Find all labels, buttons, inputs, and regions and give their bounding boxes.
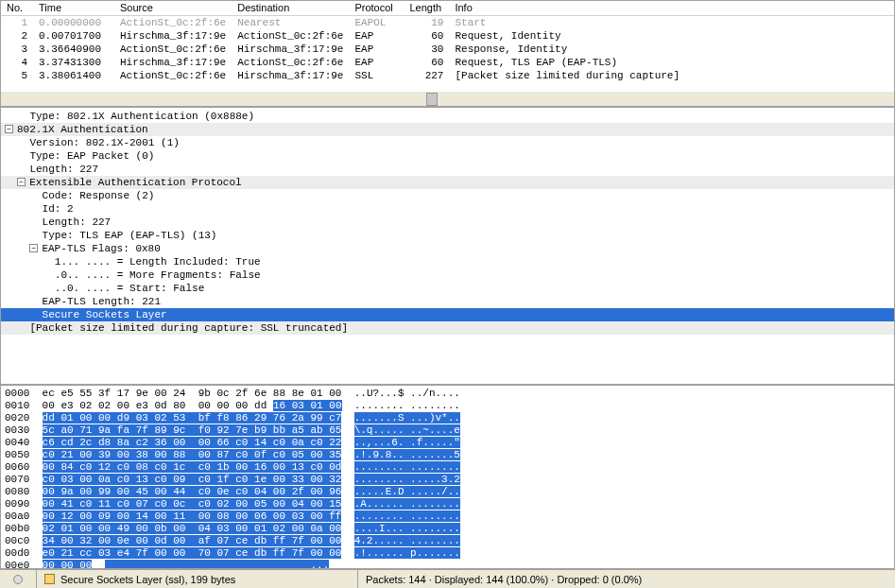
hex-bytes-selected: c6 cd 2c d8 8a c2 36 00 00 66 c0 14 c0 0… — [43, 437, 342, 448]
hex-offset: 0080 — [5, 486, 29, 497]
hex-offset: 0020 — [5, 412, 29, 424]
hex-row[interactable]: 0070 c0 03 00 0a c0 13 c0 09 c0 1f c0 1e… — [1, 474, 894, 486]
hex-bytes-selected: 00 41 c0 11 c0 07 c0 0c c0 02 00 05 00 0… — [43, 498, 342, 510]
hex-bytes-selected: 00 12 00 09 00 14 00 11 00 08 00 06 00 0… — [43, 510, 342, 522]
column-header-info[interactable]: Info — [449, 1, 894, 16]
hex-row[interactable]: 0050 c0 21 00 39 00 38 00 88 00 87 c0 0f… — [1, 449, 894, 461]
proto-eap-header[interactable]: −Extensible Authentication Protocol — [1, 176, 894, 189]
collapse-icon[interactable]: − — [29, 244, 38, 252]
field-length[interactable]: Length: 227 — [1, 163, 894, 176]
collapse-icon[interactable]: − — [5, 125, 13, 133]
cell-dst: ActionSt_0c:2f:6e — [232, 56, 349, 69]
hex-offset: 00d0 — [5, 547, 29, 559]
field-version[interactable]: Version: 802.1X-2001 (1) — [1, 136, 894, 149]
packet-list-pane[interactable]: No.TimeSourceDestinationProtocolLengthIn… — [0, 0, 895, 92]
hex-bytes-selected: c0 21 00 39 00 38 00 88 00 87 c0 0f c0 0… — [43, 449, 342, 460]
packet-row[interactable]: 20.00701700Hirschma_3f:17:9eActionSt_0c:… — [1, 29, 894, 43]
cell-src: ActionSt_0c:2f:6e — [114, 16, 232, 30]
field-eap-length[interactable]: Length: 227 — [1, 216, 894, 229]
info-truncated[interactable]: [Packet size limited during capture: SSL… — [1, 321, 894, 335]
proto-8021x-header[interactable]: −802.1X Authentication — [1, 123, 894, 136]
hex-bytes-selected: 34 00 32 00 0e 00 0d 00 af 07 ce db ff 7… — [43, 535, 342, 546]
field-flag-length-included[interactable]: 1... .... = Length Included: True — [1, 255, 894, 268]
hex-ascii-selected: 4.2..... ........ — [354, 535, 460, 546]
hex-row[interactable]: 0000 ec e5 55 3f 17 9e 00 24 9b 0c 2f 6e… — [1, 388, 894, 400]
field-flags-header[interactable]: −EAP-TLS Flags: 0x80 — [1, 242, 894, 255]
hex-bytes: 9b 0c 2f 6e 88 8e 01 00 — [192, 388, 341, 399]
cell-info: Response, Identity — [449, 43, 894, 56]
column-header-destination[interactable]: Destination — [232, 1, 349, 16]
field-frame-type[interactable]: Type: 802.1X Authentication (0x888e) — [1, 110, 894, 123]
hex-row[interactable]: 0030 5c a0 71 9a fa 7f 89 9c f0 92 7e b9… — [1, 424, 894, 437]
status-field-segment: Secure Sockets Layer (ssl), 199 bytes — [37, 570, 358, 588]
status-counts-segment: Packets: 144 · Displayed: 144 (100.0%) ·… — [358, 570, 895, 588]
packet-row[interactable]: 53.38061400ActionSt_0c:2f:6eHirschma_3f:… — [1, 69, 894, 82]
hex-offset: 0010 — [5, 400, 29, 411]
collapse-icon[interactable]: − — [17, 178, 26, 186]
cell-len: 227 — [404, 69, 449, 82]
cell-no: 2 — [1, 29, 33, 43]
hex-ascii: ..U?...$ ../n.... — [341, 388, 459, 399]
hex-bytes: 00 00 00 dd — [192, 400, 273, 411]
cell-len: 30 — [404, 43, 449, 56]
hex-ascii-selected: .....E.D ...../.. — [354, 486, 460, 497]
hex-ascii — [341, 449, 353, 460]
hex-offset: 00e0 — [5, 560, 29, 569]
cell-info: [Packet size limited during capture] — [449, 69, 894, 82]
column-header-protocol[interactable]: Protocol — [349, 1, 404, 16]
hex-row[interactable]: 00b0 02 01 00 00 49 00 0b 00 04 03 00 01… — [1, 523, 894, 535]
packet-row[interactable]: 43.37431300Hirschma_3f:17:9eActionSt_0c:… — [1, 56, 894, 69]
field-ssl-selected[interactable]: Secure Sockets Layer — [1, 308, 894, 321]
hex-bytes-selected: c0 03 00 0a c0 13 c0 09 c0 1f c0 1e 00 3… — [43, 474, 342, 485]
hex-bytes-selected: 5c a0 71 9a fa 7f 89 9c f0 92 7e b9 bb a… — [43, 424, 342, 436]
cell-len: 19 — [404, 16, 449, 30]
cell-time: 3.37431300 — [33, 56, 114, 69]
column-header-length[interactable]: Length — [404, 1, 449, 16]
hex-ascii — [341, 461, 353, 473]
hex-bytes: ec e5 55 3f 17 9e 00 24 — [43, 388, 192, 399]
hex-row[interactable]: 0010 00 e3 02 02 00 e3 0d 80 00 00 00 dd… — [1, 400, 894, 412]
hex-ascii — [341, 523, 353, 534]
hex-row[interactable]: 0060 00 84 c0 12 c0 08 c0 1c c0 1b 00 16… — [1, 461, 894, 474]
hex-bytes-selected: 00 00 00 — [43, 560, 93, 569]
hex-row[interactable]: 0020 dd 01 00 00 d9 03 02 53 bf f8 86 29… — [1, 412, 894, 424]
hex-row[interactable]: 00c0 34 00 32 00 0e 00 0d 00 af 07 ce db… — [1, 535, 894, 547]
hex-offset: 0040 — [5, 437, 29, 448]
field-eap-type[interactable]: Type: TLS EAP (EAP-TLS) (13) — [1, 229, 894, 242]
scroll-thumb[interactable] — [426, 93, 438, 106]
field-flag-more-fragments[interactable]: .0.. .... = More Fragments: False — [1, 268, 894, 282]
horizontal-scrollbar[interactable] — [0, 92, 895, 107]
hex-offset: 0000 — [5, 388, 29, 399]
packet-row[interactable]: 33.36640900ActionSt_0c:2f:6eHirschma_3f:… — [1, 43, 894, 56]
hex-offset: 0060 — [5, 461, 29, 473]
hex-dump-pane[interactable]: 0000 ec e5 55 3f 17 9e 00 24 9b 0c 2f 6e… — [0, 385, 895, 569]
column-header-time[interactable]: Time — [33, 1, 114, 16]
column-header-source[interactable]: Source — [114, 1, 232, 16]
column-header-no[interactable]: No. — [1, 1, 33, 16]
field-id[interactable]: Id: 2 — [1, 202, 894, 216]
hex-ascii-selected: ........ ........ — [354, 461, 460, 473]
hex-ascii-selected: .!...... p....... — [354, 547, 460, 559]
hex-offset: 0030 — [5, 424, 29, 436]
hex-row[interactable]: 00d0 e0 21 cc 03 e4 7f 00 00 70 07 ce db… — [1, 547, 894, 560]
cell-src: ActionSt_0c:2f:6e — [114, 43, 232, 56]
field-flag-start[interactable]: ..0. .... = Start: False — [1, 282, 894, 295]
hex-row[interactable]: 0090 00 41 c0 11 c0 07 c0 0c c0 02 00 05… — [1, 498, 894, 510]
cell-src: Hirschma_3f:17:9e — [114, 56, 232, 69]
hex-ascii-selected: ........ .....3.2 — [354, 474, 460, 485]
field-code[interactable]: Code: Response (2) — [1, 189, 894, 202]
hex-ascii — [341, 424, 353, 436]
cell-len: 60 — [404, 29, 449, 43]
packet-detail-pane[interactable]: Type: 802.1X Authentication (0x888e) −80… — [0, 107, 895, 385]
hex-ascii-selected: ........ ........ — [354, 510, 460, 522]
hex-row[interactable]: 00e0 00 00 00 ... — [1, 560, 894, 569]
cell-dst: ActionSt_0c:2f:6e — [232, 29, 349, 43]
status-bar: Secure Sockets Layer (ssl), 199 bytes Pa… — [0, 569, 895, 588]
field-eaptls-length[interactable]: EAP-TLS Length: 221 — [1, 295, 894, 308]
cell-proto: SSL — [349, 69, 404, 82]
field-type[interactable]: Type: EAP Packet (0) — [1, 149, 894, 163]
hex-row[interactable]: 00a0 00 12 00 09 00 14 00 11 00 08 00 06… — [1, 510, 894, 523]
packet-row[interactable]: 10.00000000ActionSt_0c:2f:6eNearestEAPOL… — [1, 16, 894, 30]
hex-row[interactable]: 0080 00 9a 00 99 00 45 00 44 c0 0e c0 04… — [1, 486, 894, 498]
hex-row[interactable]: 0040 c6 cd 2c d8 8a c2 36 00 00 66 c0 14… — [1, 437, 894, 449]
